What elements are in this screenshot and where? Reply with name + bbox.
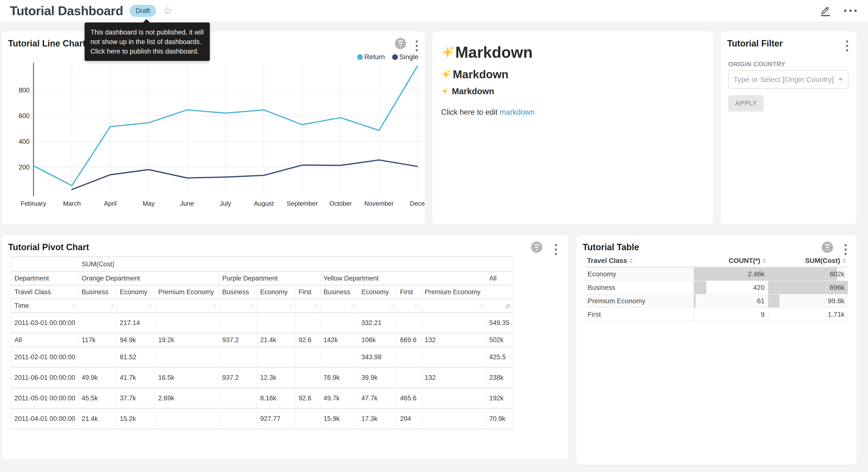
markdown-h1: Markdown bbox=[441, 43, 532, 61]
favorite-star-icon[interactable]: ☆ bbox=[163, 5, 173, 16]
x-axis-tick: September bbox=[286, 200, 318, 207]
origin-country-label: ORIGIN COUNTRY bbox=[728, 60, 785, 68]
sort-icon[interactable]: ↓↑ bbox=[414, 301, 418, 310]
sort-icon[interactable]: ↓↑ bbox=[288, 301, 292, 310]
pivot-value-cell: 15.9k bbox=[320, 409, 359, 430]
proportion-bar bbox=[768, 268, 837, 281]
pivot-value-cell bbox=[422, 409, 486, 430]
markdown-h2: Markdown bbox=[441, 68, 508, 81]
y-axis-tick: 800 bbox=[19, 87, 30, 94]
pivot-value-cell: 343.98 bbox=[359, 347, 397, 368]
pivot-value-cell: 21.4k bbox=[257, 333, 296, 347]
table-header-row: Travel Class COUNT(*) SUM(Cost) bbox=[585, 255, 848, 268]
sort-icon[interactable]: ↓↑ bbox=[109, 301, 114, 310]
y-axis-tick: 400 bbox=[19, 138, 30, 145]
pivot-column-header: Premium Economy bbox=[422, 286, 486, 299]
select-placeholder: Type or Select [Origin Country] bbox=[734, 75, 838, 84]
pivot-value-cell: 92.6 bbox=[296, 333, 320, 347]
pivot-value-cell bbox=[219, 409, 257, 430]
pivot-value-cell: 15.2k bbox=[117, 409, 155, 430]
filter-kebab-menu-icon[interactable] bbox=[845, 39, 849, 52]
pivot-value-cell: 16.5k bbox=[155, 368, 219, 388]
cell-travel-class: Economy bbox=[585, 268, 694, 281]
pivot-value-cell: 81.52 bbox=[117, 347, 155, 368]
more-actions-icon[interactable] bbox=[843, 8, 858, 13]
sort-icon[interactable]: ↓↑ bbox=[505, 301, 509, 310]
pivot-value-cell: 217.14 bbox=[117, 313, 155, 333]
table-header-sum-cost[interactable]: SUM(Cost) bbox=[768, 257, 848, 265]
sort-icon bbox=[629, 258, 633, 263]
pivot-row-label: 2011-04-01 00:00:00 bbox=[11, 409, 79, 430]
pivot-value-cell bbox=[155, 409, 219, 430]
sort-icon[interactable]: ↓↑ bbox=[212, 301, 216, 310]
pivot-column-header: Economy bbox=[257, 286, 296, 299]
markdown-paragraph: Click here to edit markdown bbox=[441, 108, 535, 117]
tooltip-line: This dashboard is not published, it will bbox=[90, 27, 204, 37]
sort-icon bbox=[843, 258, 846, 263]
pivot-value-cell: 238k bbox=[486, 368, 513, 388]
pivot-group-header: Yellow Department bbox=[320, 272, 486, 286]
pivot-value-cell: 8.16k bbox=[257, 388, 296, 409]
app-header: Tutorial Dashboard Draft ☆ bbox=[0, 0, 868, 22]
filter-card-title: Tutorial Filter bbox=[727, 38, 783, 49]
pivot-value-cell: 937.2 bbox=[219, 368, 257, 388]
pivot-value-cell: 92.6 bbox=[296, 388, 320, 409]
cell-travel-class: Premium Economy bbox=[585, 294, 694, 307]
pivot-value-cell: 49.7k bbox=[320, 388, 359, 409]
filter-indicator-icon[interactable] bbox=[822, 242, 833, 253]
sort-icon[interactable]: ↓↑ bbox=[351, 301, 355, 310]
filter-indicator-icon[interactable] bbox=[531, 242, 542, 253]
pivot-kebab-menu-icon[interactable] bbox=[554, 243, 558, 256]
sort-icon[interactable]: ↓↑ bbox=[249, 301, 254, 310]
pivot-column-header bbox=[486, 286, 513, 299]
pivot-value-cell: 192k bbox=[486, 388, 513, 409]
pivot-value-cell bbox=[79, 347, 117, 368]
markdown-edit-link[interactable]: markdown bbox=[500, 108, 535, 116]
pivot-value-cell: 70.9k bbox=[486, 409, 513, 430]
pivot-column-header: Economy bbox=[359, 286, 397, 299]
pivot-value-cell: 19.2k bbox=[155, 333, 219, 347]
pivot-value-cell: 45.5k bbox=[79, 388, 117, 409]
pivot-row: 2011-05-01 00:00:0045.5k37.7k2.69k8.16k9… bbox=[11, 388, 513, 409]
pivot-sort-cell: ↓↑ bbox=[486, 299, 513, 313]
pivot-value-cell bbox=[422, 313, 486, 333]
pivot-sort-cell: ↓↑ bbox=[155, 299, 219, 313]
sort-icon[interactable]: ↓↑ bbox=[478, 301, 483, 310]
table-header-travel-class[interactable]: Travel Class bbox=[585, 257, 694, 265]
pivot-sort-cell: ↓↑ bbox=[320, 299, 359, 313]
sort-icon[interactable]: ↓↑ bbox=[148, 301, 152, 310]
table-header-count[interactable]: COUNT(*) bbox=[694, 257, 768, 265]
origin-country-select[interactable]: Type or Select [Origin Country] bbox=[728, 70, 848, 89]
proportion-bar bbox=[694, 281, 706, 294]
cell-count: 9 bbox=[694, 308, 768, 321]
sparkles-icon bbox=[441, 45, 455, 59]
pivot-value-cell bbox=[219, 313, 257, 333]
edit-dashboard-button[interactable] bbox=[819, 4, 832, 18]
pivot-column-header: Premium Economy bbox=[155, 286, 219, 299]
pivot-value-cell: 132 bbox=[422, 333, 486, 347]
data-table: Travel Class COUNT(*) SUM(Cost) Economy2… bbox=[585, 255, 848, 321]
apply-button[interactable]: APPLY bbox=[728, 95, 764, 112]
pivot-table: SUM(Cost)DepartmentOrange DepartmentPurp… bbox=[11, 256, 513, 430]
x-axis-tick: February bbox=[21, 200, 46, 207]
legend-item-single[interactable]: Single bbox=[392, 53, 418, 61]
markdown-card: Markdown Markdown Markdown Click here to… bbox=[432, 32, 714, 224]
sort-icon[interactable]: ↓↑ bbox=[71, 301, 75, 310]
pivot-value-cell: 425.5 bbox=[486, 347, 513, 368]
sort-icon[interactable]: ↓↑ bbox=[313, 301, 317, 310]
table-kebab-menu-icon[interactable] bbox=[843, 243, 848, 256]
x-axis-tick: November bbox=[364, 200, 394, 207]
pivot-value-cell bbox=[257, 313, 296, 333]
pivot-corner-cell bbox=[11, 257, 79, 272]
pivot-value-cell: 142k bbox=[320, 333, 359, 347]
chevron-down-icon bbox=[838, 78, 843, 81]
pivot-value-cell: 132 bbox=[422, 368, 486, 388]
pencil-icon bbox=[819, 4, 832, 17]
pivot-row: 2011-02-01 00:00:0081.52343.98425.5 bbox=[11, 347, 513, 368]
sort-icon[interactable]: ↓↑ bbox=[389, 301, 394, 310]
x-axis-tick: March bbox=[63, 200, 81, 207]
pivot-travel-class-label: Travel Class bbox=[11, 286, 79, 299]
pivot-sort-cell: ↓↑ bbox=[219, 299, 257, 313]
legend-item-return[interactable]: Return bbox=[357, 53, 385, 61]
draft-badge[interactable]: Draft bbox=[130, 5, 156, 17]
